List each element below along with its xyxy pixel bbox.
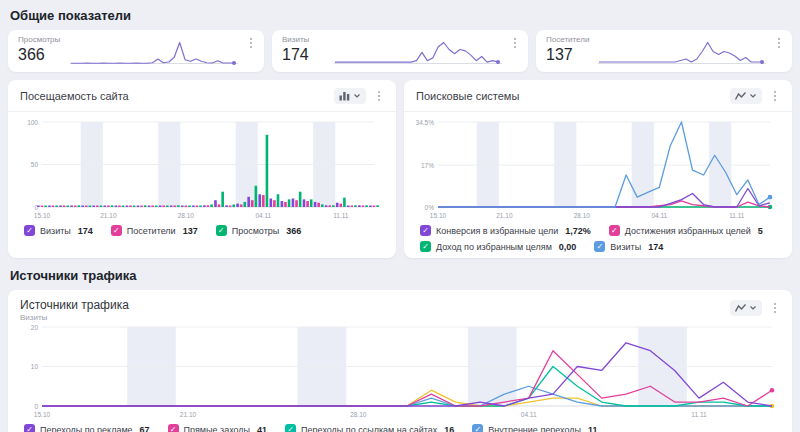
- search-engines-card: Поисковые системы 34.5%17%0%15.1021.1028…: [404, 80, 792, 258]
- svg-text:15.10: 15.10: [34, 212, 51, 219]
- kpi-card-visits: Визиты 174: [272, 30, 528, 72]
- legend-label: Визиты: [610, 242, 641, 252]
- legend-value: 16: [444, 425, 454, 432]
- svg-text:28.10: 28.10: [178, 212, 195, 219]
- kpi-card-visitors: Посетители 137: [536, 30, 792, 72]
- kebab-menu-icon[interactable]: [770, 301, 780, 315]
- legend-label: Внутренние переходы: [488, 425, 581, 432]
- line-chart-icon: [735, 91, 746, 101]
- site-attendance-card: Посещаемость сайта 10050: [8, 80, 396, 258]
- legend-label: Конверсия в избранные цели: [436, 226, 558, 236]
- legend-checkbox-icon[interactable]: ✓: [24, 225, 35, 236]
- chart-type-button[interactable]: [730, 300, 762, 316]
- kpi-sparkline: [334, 39, 502, 67]
- chart-type-button[interactable]: [334, 88, 366, 104]
- legend-checkbox-icon[interactable]: ✓: [594, 241, 605, 252]
- legend-label: Переходы по рекламе: [40, 425, 133, 432]
- kebab-menu-icon[interactable]: [510, 36, 520, 50]
- legend-value: 5: [758, 226, 763, 236]
- legend-checkbox-icon[interactable]: ✓: [168, 424, 179, 432]
- charts-row: Посещаемость сайта 10050: [8, 80, 792, 258]
- svg-text:28.10: 28.10: [350, 411, 367, 418]
- legend-value: 366: [286, 226, 301, 236]
- card-header: Посещаемость сайта: [8, 88, 396, 112]
- search-engines-legend: ✓Конверсия в избранные цели1,72%✓Достиже…: [416, 225, 780, 252]
- traffic-sources-line-chart: 2010015.1021.1028.1004.1111.11: [20, 322, 782, 418]
- legend-label: Посетители: [127, 226, 176, 236]
- legend-item[interactable]: ✓Переходы по рекламе67: [24, 424, 150, 432]
- legend-checkbox-icon[interactable]: ✓: [24, 424, 35, 432]
- card-subtitle: Визиты: [20, 313, 780, 322]
- section-title-sources: Источники трафика: [10, 268, 792, 283]
- legend-value: 1,72%: [565, 226, 591, 236]
- traffic-sources-legend: ✓Переходы по рекламе67✓Прямые заходы41✓П…: [20, 424, 780, 432]
- legend-item[interactable]: ✓Визиты174: [594, 241, 663, 252]
- legend-label: Просмотры: [232, 226, 280, 236]
- chevron-down-icon: [353, 92, 361, 100]
- legend-item[interactable]: ✓Конверсия в избранные цели1,72%: [420, 225, 591, 236]
- kebab-menu-icon[interactable]: [246, 36, 256, 50]
- svg-text:15.10: 15.10: [430, 212, 447, 219]
- attendance-legend: ✓Визиты174✓Посетители137✓Просмотры366: [20, 225, 384, 236]
- kebab-menu-icon[interactable]: [774, 36, 784, 50]
- legend-checkbox-icon[interactable]: ✓: [216, 225, 227, 236]
- legend-item[interactable]: ✓Внутренние переходы11: [472, 424, 597, 432]
- legend-value: 174: [648, 242, 663, 252]
- kpi-sparkline: [70, 39, 238, 67]
- bar-chart-icon: [339, 91, 350, 101]
- svg-text:10: 10: [31, 363, 39, 370]
- legend-item[interactable]: ✓Прямые заходы41: [168, 424, 267, 432]
- svg-text:11.11: 11.11: [691, 411, 707, 418]
- kpi-row: Просмотры 366 Визиты 174 Посетители 137: [8, 30, 792, 72]
- legend-checkbox-icon[interactable]: ✓: [472, 424, 483, 432]
- legend-label: Доход по избранным целям: [436, 242, 552, 252]
- kebab-menu-icon[interactable]: [374, 89, 384, 103]
- svg-text:11.11: 11.11: [729, 212, 745, 219]
- legend-item[interactable]: ✓Просмотры366: [216, 225, 302, 236]
- legend-checkbox-icon[interactable]: ✓: [420, 241, 431, 252]
- legend-label: Переходы по ссылкам на сайтах: [301, 425, 437, 432]
- svg-text:04.11: 04.11: [521, 411, 537, 418]
- legend-checkbox-icon[interactable]: ✓: [609, 225, 620, 236]
- svg-text:21.10: 21.10: [180, 411, 197, 418]
- legend-value: 0,00: [559, 242, 577, 252]
- svg-text:100: 100: [27, 119, 38, 126]
- legend-item[interactable]: ✓Достижения избранных целей5: [609, 225, 763, 236]
- legend-item[interactable]: ✓Визиты174: [24, 225, 93, 236]
- card-title: Поисковые системы: [416, 90, 519, 102]
- legend-value: 174: [78, 226, 93, 236]
- kebab-menu-icon[interactable]: [770, 89, 780, 103]
- search-engines-line-chart: 34.5%17%0%15.1021.1028.1004.1111.11: [416, 117, 780, 219]
- svg-text:21.10: 21.10: [496, 212, 513, 219]
- legend-label: Прямые заходы: [184, 425, 250, 432]
- legend-label: Достижения избранных целей: [625, 226, 751, 236]
- legend-value: 67: [140, 425, 150, 432]
- legend-checkbox-icon[interactable]: ✓: [111, 225, 122, 236]
- attendance-bar-chart: 10050015.1021.1028.1004.1111.11: [20, 117, 384, 219]
- svg-text:04.11: 04.11: [651, 212, 667, 219]
- chevron-down-icon: [749, 92, 757, 100]
- chevron-down-icon: [749, 304, 757, 312]
- svg-text:0%: 0%: [425, 204, 435, 211]
- legend-value: 11: [588, 425, 598, 432]
- legend-item[interactable]: ✓Посетители137: [111, 225, 198, 236]
- card-title: Посещаемость сайта: [20, 90, 129, 102]
- legend-label: Визиты: [40, 226, 71, 236]
- legend-item[interactable]: ✓Доход по избранным целям0,00: [420, 241, 576, 252]
- card-header: Поисковые системы: [404, 88, 792, 112]
- legend-item[interactable]: ✓Переходы по ссылкам на сайтах16: [285, 424, 454, 432]
- svg-text:34.5%: 34.5%: [416, 119, 434, 126]
- legend-checkbox-icon[interactable]: ✓: [420, 225, 431, 236]
- chart-type-button[interactable]: [730, 88, 762, 104]
- svg-text:0: 0: [34, 403, 38, 410]
- traffic-sources-card: Источники трафика Визиты 2010015.1021.10…: [8, 290, 792, 432]
- svg-text:21.10: 21.10: [100, 212, 117, 219]
- kpi-card-views: Просмотры 366: [8, 30, 264, 72]
- line-chart-icon: [735, 303, 746, 313]
- legend-checkbox-icon[interactable]: ✓: [285, 424, 296, 432]
- card-title: Источники трафика: [20, 298, 780, 312]
- svg-text:15.10: 15.10: [34, 411, 51, 418]
- legend-value: 137: [183, 226, 198, 236]
- svg-text:04.11: 04.11: [255, 212, 271, 219]
- legend-value: 41: [257, 425, 267, 432]
